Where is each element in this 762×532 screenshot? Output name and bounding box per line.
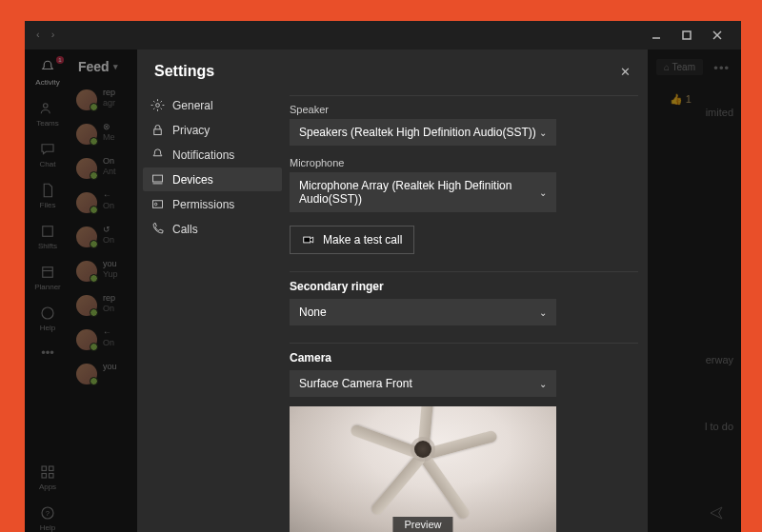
nav-label: General	[172, 99, 213, 112]
app-window: ‹ › 1 Activity Teams Chat Files Shifts P…	[25, 21, 741, 532]
dropdown-value: Speakers (Realtek High Definition Audio(…	[299, 126, 536, 139]
nav-label: Notifications	[172, 148, 234, 162]
maximize-icon[interactable]	[680, 29, 693, 42]
chevron-down-icon: ⌄	[539, 307, 547, 318]
nav-general[interactable]: General	[143, 93, 282, 117]
window-close-icon[interactable]	[711, 29, 724, 42]
divider	[290, 271, 638, 272]
dropdown-value: Surface Camera Front	[299, 377, 412, 390]
microphone-label: Microphone	[290, 157, 638, 168]
nav-permissions[interactable]: Permissions	[143, 192, 282, 216]
nav-notifications[interactable]: Notifications	[143, 143, 282, 167]
gear-icon	[150, 98, 165, 112]
nav-calls[interactable]: Calls	[143, 217, 282, 241]
secondary-ringer-dropdown[interactable]: None ⌄	[290, 299, 556, 325]
camera-heading: Camera	[290, 351, 638, 365]
bell-icon	[150, 148, 165, 162]
divider	[290, 343, 638, 344]
test-call-icon	[302, 233, 315, 246]
speaker-label: Speaker	[290, 104, 638, 115]
forward-icon[interactable]: ›	[51, 29, 55, 40]
nav-devices[interactable]: Devices	[143, 167, 282, 191]
svg-rect-21	[304, 237, 311, 243]
settings-nav: General Privacy Notifications Devices Pe…	[137, 86, 282, 532]
svg-rect-17	[153, 175, 163, 182]
close-icon[interactable]: ✕	[620, 65, 631, 79]
nav-label: Privacy	[172, 124, 210, 137]
nav-label: Permissions	[172, 198, 234, 211]
dropdown-value: Microphone Array (Realtek High Definitio…	[299, 179, 539, 206]
nav-privacy[interactable]: Privacy	[143, 118, 282, 142]
history-nav: ‹ ›	[36, 29, 54, 40]
back-icon[interactable]: ‹	[36, 29, 40, 40]
chevron-down-icon: ⌄	[539, 187, 547, 198]
dropdown-value: None	[299, 305, 327, 319]
svg-rect-16	[154, 129, 162, 135]
svg-rect-1	[683, 31, 691, 39]
secondary-ringer-heading: Secondary ringer	[290, 280, 638, 293]
camera-dropdown[interactable]: Surface Camera Front ⌄	[290, 370, 556, 397]
devices-icon	[150, 172, 165, 187]
svg-point-20	[154, 203, 157, 206]
preview-label: Preview	[392, 517, 452, 532]
nav-label: Devices	[172, 173, 213, 187]
make-test-call-button[interactable]: Make a test call	[290, 226, 414, 254]
dialog-title: Settings	[154, 63, 214, 80]
divider	[290, 95, 638, 96]
lock-icon	[150, 123, 165, 137]
minimize-icon[interactable]	[650, 29, 663, 42]
svg-point-15	[156, 104, 160, 108]
title-bar	[650, 21, 741, 49]
nav-label: Calls	[172, 223, 198, 236]
microphone-dropdown[interactable]: Microphone Array (Realtek High Definitio…	[290, 172, 556, 212]
key-icon	[150, 197, 165, 211]
chevron-down-icon: ⌄	[539, 128, 547, 138]
settings-content: Speaker Speakers (Realtek High Definitio…	[282, 86, 648, 532]
phone-icon	[150, 222, 165, 236]
button-label: Make a test call	[323, 233, 402, 246]
chevron-down-icon: ⌄	[539, 379, 547, 389]
speaker-dropdown[interactable]: Speakers (Realtek High Definition Audio(…	[290, 119, 556, 146]
camera-preview: Preview	[290, 406, 556, 532]
settings-dialog: Settings ✕ General Privacy Notifications	[137, 49, 648, 532]
